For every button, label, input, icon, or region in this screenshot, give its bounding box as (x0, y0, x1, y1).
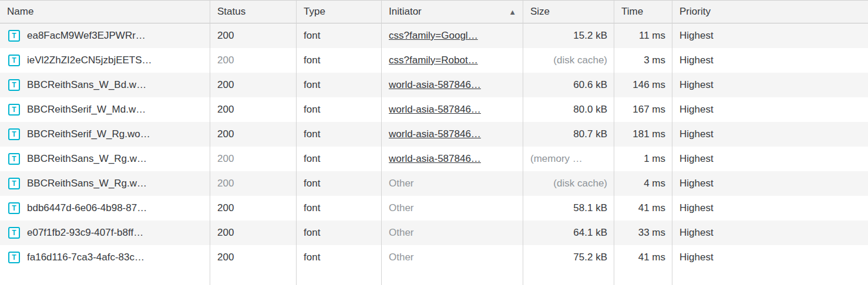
font-type-icon: T (8, 153, 20, 165)
column-header-label: Priority (679, 6, 711, 17)
request-name: BBCReithSans_W_Rg.w… (27, 171, 147, 196)
status-code: 200 (217, 128, 234, 140)
request-name-cell[interactable]: T bdb6447d-6e06-4b98-87… (0, 196, 210, 220)
table-row[interactable]: T e07f1fb2-93c9-407f-b8ff… 200 font Othe… (0, 220, 868, 245)
request-name-cell[interactable]: T ieVl2ZhZI2eCN5jzbjEETS… (0, 48, 210, 73)
initiator-cell: Other (382, 220, 523, 245)
table-row[interactable]: T ieVl2ZhZI2eCN5jzbjEETS… 200 font css?f… (0, 48, 868, 73)
type-cell: font (297, 147, 382, 171)
time-value: 181 ms (633, 128, 665, 140)
size-cell: 80.0 kB (523, 97, 614, 122)
priority-value: Highest (679, 30, 714, 41)
time-cell: 167 ms (614, 97, 672, 122)
initiator-text: Other (389, 178, 414, 189)
size-cell: (disk cache) (523, 48, 614, 73)
table-header: Name Status Type Initiator ▲ Size Time P… (0, 0, 868, 23)
type-cell: font (297, 245, 382, 270)
priority-value: Highest (679, 153, 714, 164)
initiator-text: Other (389, 202, 414, 213)
status-cell: 200 (210, 23, 297, 48)
table-row[interactable]: T ea8FacM9Wef3EJPWRr… 200 font css?famil… (0, 23, 868, 48)
column-divider[interactable] (296, 0, 297, 285)
priority-value: Highest (679, 202, 714, 213)
column-header-label: Status (217, 6, 245, 17)
table-body: T ea8FacM9Wef3EJPWRr… 200 font css?famil… (0, 23, 868, 270)
resource-type: font (304, 79, 320, 90)
priority-cell: Highest (672, 73, 868, 97)
request-name: BBCReithSerif_W_Md.w… (27, 97, 146, 122)
request-name-cell[interactable]: T BBCReithSans_W_Rg.w… (0, 147, 210, 171)
size-cell: (disk cache) (523, 171, 614, 196)
request-name-cell[interactable]: T BBCReithSerif_W_Md.w… (0, 97, 210, 122)
time-cell: 1 ms (614, 147, 672, 171)
column-divider[interactable] (381, 0, 382, 285)
request-name-cell[interactable]: T BBCReithSans_W_Bd.w… (0, 73, 210, 97)
column-divider[interactable] (614, 0, 614, 285)
time-cell: 146 ms (614, 73, 672, 97)
initiator-text: Other (389, 227, 414, 238)
size-value: 64.1 kB (573, 227, 607, 238)
status-code: 200 (217, 178, 234, 189)
request-name-cell[interactable]: T fa16d116-7ca3-4afc-83c… (0, 245, 210, 270)
priority-cell: Highest (672, 48, 868, 73)
request-name-cell[interactable]: T BBCReithSerif_W_Rg.wo… (0, 122, 210, 147)
column-header-name[interactable]: Name (0, 1, 210, 23)
status-code: 200 (217, 79, 234, 90)
table-row[interactable]: T bdb6447d-6e06-4b98-87… 200 font Other … (0, 196, 868, 220)
request-name-cell[interactable]: T e07f1fb2-93c9-407f-b8ff… (0, 220, 210, 245)
column-header-time[interactable]: Time (614, 1, 672, 23)
table-row[interactable]: T BBCReithSans_W_Rg.w… 200 font Other (d… (0, 171, 868, 196)
font-type-icon: T (8, 55, 20, 66)
font-type-icon-letter: T (12, 205, 16, 212)
table-row[interactable]: T BBCReithSerif_W_Md.w… 200 font world-a… (0, 97, 868, 122)
priority-value: Highest (679, 104, 714, 115)
table-row[interactable]: T BBCReithSans_W_Rg.w… 200 font world-as… (0, 147, 868, 171)
time-value: 3 ms (644, 55, 665, 66)
initiator-cell: Other (382, 196, 523, 220)
time-value: 41 ms (638, 202, 665, 213)
initiator-cell: css?family=Robot… (382, 48, 523, 73)
column-divider[interactable] (523, 0, 523, 285)
font-type-icon-letter: T (12, 229, 16, 236)
initiator-link[interactable]: world-asia-587846… (389, 79, 481, 90)
priority-value: Highest (679, 79, 714, 90)
time-value: 33 ms (638, 227, 665, 238)
font-type-icon: T (8, 252, 20, 263)
status-code: 200 (217, 252, 234, 263)
column-header-type[interactable]: Type (297, 1, 382, 23)
size-value: (disk cache) (553, 178, 607, 189)
initiator-link[interactable]: world-asia-587846… (389, 128, 481, 140)
column-header-size[interactable]: Size (523, 1, 614, 23)
initiator-link[interactable]: css?family=Robot… (389, 55, 478, 66)
request-name-cell[interactable]: T ea8FacM9Wef3EJPWRr… (0, 23, 210, 48)
status-cell: 200 (210, 73, 297, 97)
column-divider[interactable] (210, 0, 210, 285)
initiator-link[interactable]: world-asia-587846… (389, 153, 481, 164)
column-header-priority[interactable]: Priority (672, 1, 868, 23)
column-header-status[interactable]: Status (210, 1, 297, 23)
font-type-icon: T (8, 202, 20, 214)
type-cell: font (297, 48, 382, 73)
table-row[interactable]: T BBCReithSerif_W_Rg.wo… 200 font world-… (0, 122, 868, 147)
time-cell: 11 ms (614, 23, 672, 48)
initiator-cell: Other (382, 245, 523, 270)
size-cell: 75.2 kB (523, 245, 614, 270)
size-value: 80.7 kB (573, 128, 607, 140)
size-cell: (memory … (523, 147, 614, 171)
table-row[interactable]: T BBCReithSans_W_Bd.w… 200 font world-as… (0, 73, 868, 97)
initiator-link[interactable]: world-asia-587846… (389, 104, 481, 115)
column-divider[interactable] (672, 0, 672, 285)
time-cell: 181 ms (614, 122, 672, 147)
type-cell: font (297, 23, 382, 48)
size-cell: 60.6 kB (523, 73, 614, 97)
network-requests-table: Name Status Type Initiator ▲ Size Time P… (0, 0, 868, 285)
request-name-cell[interactable]: T BBCReithSans_W_Rg.w… (0, 171, 210, 196)
initiator-cell: css?family=Googl… (382, 23, 523, 48)
priority-value: Highest (679, 252, 714, 263)
priority-cell: Highest (672, 171, 868, 196)
column-header-initiator[interactable]: Initiator ▲ (382, 1, 523, 23)
status-cell: 200 (210, 245, 297, 270)
initiator-link[interactable]: css?family=Googl… (389, 30, 478, 41)
type-cell: font (297, 171, 382, 196)
table-row[interactable]: T fa16d116-7ca3-4afc-83c… 200 font Other… (0, 245, 868, 270)
